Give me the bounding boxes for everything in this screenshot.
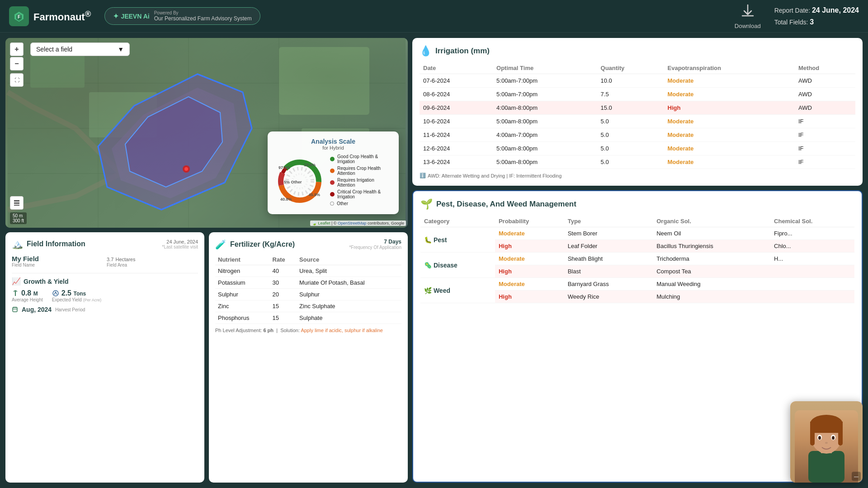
pct-45-label: 45.8% (308, 192, 320, 197)
fertilizer-title-area: 🧪 Fertilizer (Kg/Acre) (215, 239, 295, 250)
jeevn-logo: ✦ JEEVN Ai (113, 12, 149, 20)
svg-rect-10 (30, 52, 85, 88)
pct-5-label: 5% Other (284, 180, 302, 184)
section-divider (12, 273, 198, 273)
pest-col-chemical: Chemical Sol. (770, 216, 854, 227)
legend-critical: Critical Crop Health & Irrigation (337, 189, 392, 199)
map-container: + − ⛶ Select a field ▼ Analysis Scale fo… (5, 38, 408, 228)
avg-height-label: Average Height (12, 297, 43, 302)
analysis-scale-content: 97.2% 10.5% 45.8% 40.8% 5% Other Good Cr… (275, 154, 392, 208)
pest-management-icon: 🌱 (420, 198, 433, 210)
table-row: Zinc15Zinc Sulphate (215, 300, 401, 312)
field-info-panel: 🏔️ Field Information 24 June, 2024 *Last… (5, 232, 204, 483)
table-row: Sulphur20Sulphur (215, 289, 401, 300)
harvest-value: Aug, 2024 (22, 306, 52, 313)
svg-rect-41 (838, 427, 843, 446)
good-health-dot (330, 157, 335, 161)
analysis-legend: Good Crop Health & Irrigation Requires C… (330, 154, 392, 208)
table-row: 07-6-2024 5:00am-7:00pm 10.0 Moderate AW… (420, 74, 855, 88)
app-header: F Farmonaut® ✦ JEEVN Ai Powered By Our P… (0, 0, 868, 33)
analysis-scale-popup: Analysis Scale for Hybrid (268, 131, 399, 214)
pest-col-type: Type (564, 216, 653, 227)
fertilizer-solution: Apply lime if acidic, sulphur if alkalin… (301, 328, 383, 333)
legend-good-health: Good Crop Health & Irrigation (337, 154, 392, 164)
irrigation-icon: 💧 (420, 45, 432, 57)
table-row: 13-6-2024 5:00am-8:00pm 5.0 Moderate IF (420, 155, 855, 169)
field-select-label: Select a field (36, 46, 72, 53)
table-row: Potassium30Muriate Of Potash, Basal (215, 277, 401, 289)
left-column: + − ⛶ Select a field ▼ Analysis Scale fo… (5, 38, 408, 483)
legend-item: Other (330, 201, 392, 206)
svg-rect-29 (15, 291, 16, 296)
analysis-scale-title: Analysis Scale (275, 138, 392, 145)
header-right: Download Report Date: 24 June, 2024 Tota… (735, 3, 859, 29)
avg-height-value: 0.8 M (21, 289, 38, 297)
expected-yield-label: Expected Yield (Per Acre) (52, 297, 101, 302)
legend-requires-irrigation: Requires Irrigation Attention (337, 178, 392, 188)
irrigation-header: 💧 Irrigation (mm) (420, 45, 855, 57)
logo-area: F Farmonaut® (9, 6, 91, 26)
fert-col-rate: Rate (270, 254, 297, 265)
fert-col-source: Source (297, 254, 401, 265)
legend-item: Requires Irrigation Attention (330, 178, 392, 188)
svg-point-45 (832, 436, 835, 440)
legend-requires-crop: Requires Crop Health Attention (337, 166, 392, 176)
pct-40-label: 40.8% (280, 197, 292, 202)
svg-rect-21 (14, 202, 19, 204)
table-row: 10-6-2024 5:00am-8:00pm 5.0 Moderate IF (420, 115, 855, 128)
download-area[interactable]: Download (735, 3, 761, 29)
avatar-minimize-button[interactable]: — (852, 472, 861, 481)
download-label[interactable]: Download (735, 23, 761, 29)
cat-icon: 🌿 (424, 287, 432, 294)
legend-item: Requires Crop Health Attention (330, 166, 392, 176)
irr-col-evap: Evapotranspiration (664, 62, 795, 74)
map-layer-button[interactable] (10, 196, 24, 210)
pest-table: Category Probability Type Organic Sol. C… (420, 216, 854, 303)
pest-header: 🌱 Pest, Disease, And Weed Management (420, 198, 854, 210)
zoom-in-button[interactable]: + (10, 42, 24, 56)
irrigation-panel: 💧 Irrigation (mm) Date Optimal Time Quan… (412, 38, 863, 186)
harvest-label: Harvest Period (55, 307, 85, 312)
fertilizer-footer: Ph Level Adjustment: 6 ph | Solution: Ap… (215, 328, 401, 333)
fertilizer-header: 🧪 Fertilizer (Kg/Acre) 7 Days *Frequency… (215, 239, 401, 250)
zoom-out-button[interactable]: − (10, 57, 24, 70)
fertilizer-title: Fertilizer (Kg/Acre) (230, 240, 295, 249)
irr-col-time: Optimal Time (493, 62, 597, 74)
growth-section: 📈 Growth & Yield 0.8 M (12, 277, 198, 313)
analysis-scale-subtitle: for Hybrid (275, 145, 392, 150)
expected-yield-metric: 2.5 Tons Expected Yield (Per Acre) (52, 289, 101, 302)
irrigation-table: Date Optimal Time Quantity Evapotranspir… (420, 62, 855, 169)
legend-item: Good Crop Health & Irrigation (330, 154, 392, 164)
fertilizer-days: 7 Days *Frequency Of Application (349, 239, 401, 250)
harvest-row: Aug, 2024 Harvest Period (12, 306, 198, 313)
avatar-person (795, 410, 858, 483)
growth-metrics: 0.8 M Average Height 2.5 (12, 289, 198, 302)
report-info: Report Date: 24 June, 2024 Total Fields:… (774, 5, 859, 28)
field-grid: My Field Field Name 3.7 Hectares Field A… (12, 255, 198, 267)
svg-point-44 (818, 436, 821, 440)
svg-rect-20 (14, 200, 19, 202)
table-row: 08-6-2024 5:00am-7:00pm 7.5 Moderate AWD (420, 88, 855, 101)
field-area-value: 3.7 Hectares (107, 255, 198, 263)
expected-yield-value: 2.5 Tons (61, 289, 86, 297)
svg-point-46 (825, 442, 828, 444)
map-attribution: 🍃 Leaflet | © OpenStreetMap contributors… (310, 221, 406, 226)
table-row: Phosphorus15Sulphate (215, 312, 401, 324)
field-info-header: 🏔️ Field Information 24 June, 2024 *Last… (12, 239, 198, 249)
field-select-dropdown[interactable]: Select a field ▼ (30, 42, 130, 56)
avg-height-metric: 0.8 M Average Height (12, 289, 43, 302)
growth-title: Growth & Yield (24, 278, 69, 285)
app-name: Farmonaut® (33, 9, 91, 23)
powered-by-text: Powered By Our Personalized Farm Advisor… (154, 10, 252, 22)
pest-col-category: Category (420, 216, 495, 227)
table-row: 🐛 Pest Moderate Stem Borer Neem Oil Fipr… (420, 227, 854, 240)
pest-col-probability: Probability (495, 216, 564, 227)
table-row: Nitrogen40Urea, Split (215, 265, 401, 277)
critical-dot (330, 192, 335, 197)
svg-rect-12 (279, 47, 369, 115)
fullscreen-button[interactable]: ⛶ (10, 73, 24, 87)
download-icon (735, 3, 761, 23)
other-dot (330, 202, 334, 206)
field-name-cell: My Field Field Name (12, 255, 103, 267)
field-name-label: Field Name (12, 263, 103, 267)
